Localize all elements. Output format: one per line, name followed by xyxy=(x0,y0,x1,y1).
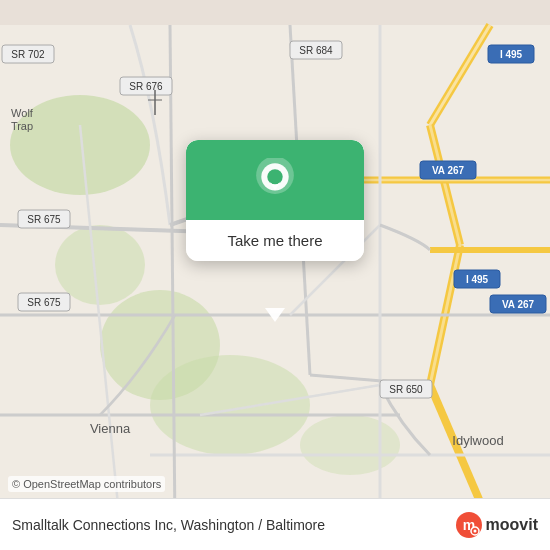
svg-text:VA 267: VA 267 xyxy=(432,165,465,176)
svg-text:Wolf: Wolf xyxy=(11,107,34,119)
popup-tail xyxy=(265,308,285,322)
moovit-logo: m moovit xyxy=(456,512,538,538)
map-background: SR 702 SR 684 SR 676 I 495 VA 267 I 495 … xyxy=(0,0,550,550)
svg-text:I 495: I 495 xyxy=(500,49,523,60)
map-container: SR 702 SR 684 SR 676 I 495 VA 267 I 495 … xyxy=(0,0,550,550)
moovit-logo-text: moovit xyxy=(486,516,538,534)
svg-point-57 xyxy=(267,169,282,184)
info-bar: Smalltalk Connections Inc, Washington / … xyxy=(0,498,550,550)
popup-icon-area xyxy=(186,140,364,220)
svg-text:SR 676: SR 676 xyxy=(129,81,163,92)
location-name: Smalltalk Connections Inc, Washington / … xyxy=(12,517,456,533)
take-me-there-button[interactable]: Take me there xyxy=(186,220,364,261)
svg-text:SR 650: SR 650 xyxy=(389,384,423,395)
svg-text:Idylwood: Idylwood xyxy=(452,433,503,448)
svg-text:SR 675: SR 675 xyxy=(27,297,61,308)
svg-text:Trap: Trap xyxy=(11,120,33,132)
svg-text:I 495: I 495 xyxy=(466,274,489,285)
location-pin-icon xyxy=(251,158,299,206)
svg-point-5 xyxy=(300,415,400,475)
svg-text:Vienna: Vienna xyxy=(90,421,131,436)
svg-text:SR 702: SR 702 xyxy=(11,49,45,60)
svg-point-61 xyxy=(473,529,476,532)
moovit-brand-icon: m xyxy=(456,512,482,538)
map-attribution: © OpenStreetMap contributors xyxy=(8,476,165,492)
svg-text:VA 267: VA 267 xyxy=(502,299,535,310)
location-popup: Take me there xyxy=(186,140,364,261)
svg-text:SR 675: SR 675 xyxy=(27,214,61,225)
svg-text:SR 684: SR 684 xyxy=(299,45,333,56)
